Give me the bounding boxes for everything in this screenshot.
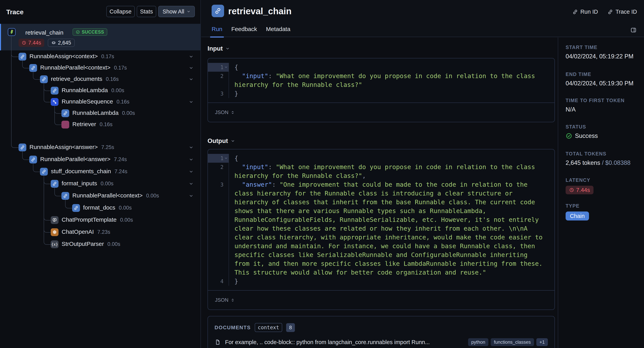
fold-icon[interactable] [224, 156, 228, 160]
collapse-node-icon[interactable] [189, 182, 194, 186]
input-section-header[interactable]: Input [208, 45, 230, 52]
detail-time-to-first-token: TIME TO FIRST TOKENN/A [566, 98, 642, 113]
link-icon [18, 53, 26, 61]
code-line: 2 "input": "What one improvement do you … [208, 72, 554, 89]
tree-node-runnablelambda[interactable]: RunnableLambda0.00s [62, 87, 124, 94]
code-line: 1{ [208, 154, 554, 163]
collapse-node-icon[interactable] [189, 54, 194, 59]
tree-node-format-docs[interactable]: format_docs0.00s [83, 204, 132, 211]
documents-count-badge: 8 [286, 323, 295, 332]
collapse-node-icon[interactable] [189, 194, 194, 198]
link-icon [572, 9, 578, 15]
output-format-select[interactable]: JSON [208, 291, 554, 309]
line-number: 2 [208, 163, 229, 180]
code-content: "input": "What one improvement do you pr… [229, 163, 544, 180]
tree-node-format-inputs[interactable]: format_inputs0.00s [62, 180, 114, 187]
tree-node-time: 7.24s [114, 168, 127, 175]
document-row[interactable]: For example, .. code-block:: python from… [214, 338, 548, 346]
tree-node-time: 0.17s [101, 54, 114, 59]
tree-node-time: 0.00s [120, 217, 133, 223]
tree-node-label: RunnableParallel<context> [40, 64, 110, 71]
collapse-node-icon[interactable] [189, 145, 194, 150]
run-id-label: Run ID [580, 9, 598, 15]
tree-node-stuff-documents-chain[interactable]: stuff_documents_chain7.24s [51, 168, 127, 175]
trace-id-label: Trace ID [616, 9, 637, 15]
side-panel-toggle-icon[interactable] [630, 27, 636, 33]
openai-icon [51, 228, 58, 236]
trace-id-button[interactable]: Trace ID [607, 9, 637, 15]
doc-tag-more[interactable]: +1 [536, 338, 548, 346]
run-tree: RunnableAssign<context>0.17sRunnablePara… [0, 0, 201, 348]
tree-node-runnableassign-answer-[interactable]: RunnableAssign<answer>7.25s [30, 144, 114, 150]
detail-label: STATUS [566, 124, 642, 130]
tab-metadata[interactable]: Metadata [266, 25, 290, 37]
latency-badge: 7.44s [566, 186, 594, 194]
chevron-down-icon [226, 47, 230, 51]
tree-node-runnableparallel-context-[interactable]: RunnableParallel<context>0.17s [40, 64, 127, 71]
detail-label: START TIME [566, 45, 642, 50]
tree-connector [65, 200, 72, 208]
tab-feedback[interactable]: Feedback [231, 25, 257, 37]
code-content: } [229, 89, 544, 98]
input-code-area: 1{2 "input": "What one improvement do yo… [208, 58, 554, 103]
fold-icon[interactable] [224, 65, 228, 69]
tree-node-runnableparallel-answer-[interactable]: RunnableParallel<answer>7.24s [40, 156, 127, 162]
tree-node-time: 0.16s [117, 99, 130, 105]
line-number: 1 [208, 63, 229, 72]
input-format-select[interactable]: JSON [208, 103, 554, 122]
input-code-block: 1{2 "input": "What one improvement do yo… [208, 58, 555, 122]
tree-node-stroutputparser[interactable]: StrOutputParser0.00s [62, 241, 120, 247]
link-icon [62, 109, 69, 117]
tree-node-runnableparallel-context-[interactable]: RunnableParallel<context>0.00s [72, 192, 159, 199]
collapse-node-icon[interactable] [189, 157, 194, 162]
tree-node-runnableassign-context-[interactable]: RunnableAssign<context>0.17s [30, 53, 114, 60]
clock-icon [569, 188, 574, 193]
document-text: For example, .. code-block:: python from… [225, 339, 462, 345]
tree-node-retrieve-documents[interactable]: retrieve_documents0.16s [51, 76, 119, 82]
type-badge: Chain [566, 212, 589, 221]
tree-node-chatopenai[interactable]: ChatOpenAI7.23s [62, 229, 110, 235]
tab-run[interactable]: Run [212, 25, 222, 37]
output-section-header[interactable]: Output [208, 137, 235, 144]
tree-node-time: 0.00s [146, 193, 159, 199]
tree-connector [44, 83, 51, 102]
output-section-title: Output [208, 137, 228, 144]
document-icon [214, 339, 221, 345]
detail-type: TYPEChain [566, 203, 642, 221]
detail-label: TIME TO FIRST TOKEN [566, 98, 642, 103]
tree-node-retriever[interactable]: Retriever0.16s [72, 121, 112, 127]
tree-node-label: RunnableParallel<context> [72, 192, 142, 199]
document-tags: pythonfunctions_classes+1 [466, 338, 548, 346]
detail-label: END TIME [566, 71, 642, 77]
tree-node-label: ChatPromptTemplate [62, 216, 117, 223]
line-number: 4 [208, 277, 229, 286]
collapse-node-icon[interactable] [189, 66, 194, 70]
line-number: 2 [208, 72, 229, 89]
output-code-block: 1{2 "input": "What one improvement do yo… [208, 149, 555, 310]
tokens-cost: / $0.08388 [600, 159, 630, 166]
tree-node-label: retrieve_documents [51, 76, 102, 82]
tree-node-label: Retriever [72, 121, 96, 127]
tree-node-chatprompttemplate[interactable]: ChatPromptTemplate0.00s [62, 216, 133, 223]
tree-node-time: 0.00s [108, 241, 120, 247]
sequence-icon [51, 98, 58, 106]
tree-node-time: 0.17s [114, 65, 127, 71]
collapse-node-icon[interactable] [189, 100, 194, 104]
output-format-label: JSON [215, 297, 228, 303]
tree-connector [33, 163, 40, 172]
tree-node-time: 0.00s [111, 87, 124, 93]
link-icon [51, 87, 58, 95]
collapse-node-icon[interactable] [189, 169, 194, 174]
code-content: { [229, 154, 544, 163]
tree-node-label: stuff_documents_chain [51, 168, 111, 175]
line-number: 3 [208, 89, 229, 98]
run-id-button[interactable]: Run ID [572, 9, 598, 15]
tree-node-runnablelambda[interactable]: RunnableLambda0.00s [72, 110, 135, 116]
code-content: "input": "What one improvement do you pr… [229, 72, 544, 89]
code-line: 1{ [208, 63, 554, 72]
tree-node-label: RunnableLambda [62, 87, 108, 93]
collapse-node-icon[interactable] [189, 77, 194, 82]
link-icon [51, 180, 58, 188]
line-number: 3 [208, 180, 229, 277]
tree-node-runnablesequence[interactable]: RunnableSequence0.16s [62, 98, 130, 105]
